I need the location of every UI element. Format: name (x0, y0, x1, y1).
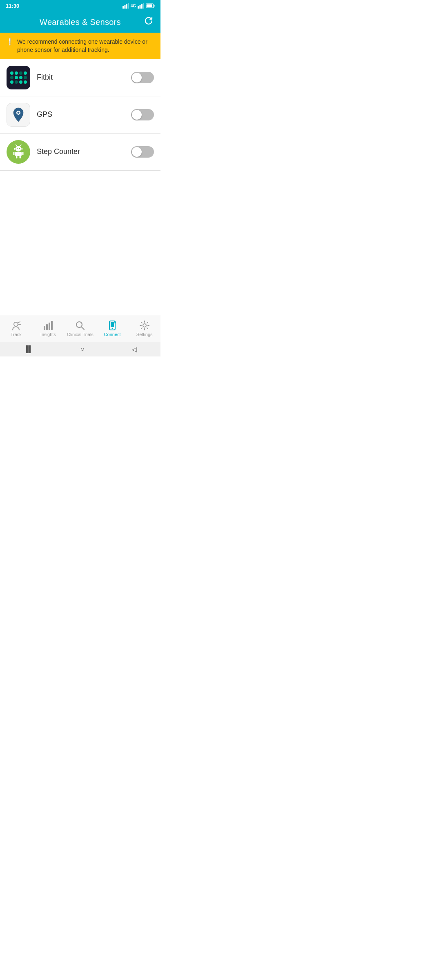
gps-toggle[interactable] (131, 109, 154, 120)
svg-point-17 (19, 148, 20, 149)
svg-line-27 (18, 324, 20, 325)
svg-rect-5 (140, 5, 141, 9)
step-counter-toggle[interactable] (131, 146, 154, 158)
android-nav-bar: ▐▌ ○ ◁ (0, 342, 160, 356)
track-label: Track (11, 332, 22, 337)
svg-point-36 (112, 328, 113, 329)
home-button[interactable]: ○ (80, 345, 85, 353)
svg-rect-3 (128, 3, 129, 9)
svg-line-19 (20, 145, 21, 146)
gps-row: GPS (0, 96, 160, 134)
step-counter-icon (7, 140, 30, 164)
step-counter-row: Step Counter (0, 134, 160, 171)
svg-rect-14 (14, 148, 16, 150)
svg-rect-21 (13, 152, 15, 155)
insights-label: Insights (40, 332, 56, 337)
nav-item-settings[interactable]: Settings (128, 317, 160, 340)
svg-rect-4 (138, 6, 139, 9)
svg-rect-35 (111, 322, 114, 327)
clinical-trials-label: Clinical Trials (67, 332, 94, 337)
time-display: 11:30 (6, 3, 19, 9)
warning-banner: ❕ We recommend connecting one wearable d… (0, 33, 160, 59)
insights-icon (43, 320, 53, 331)
svg-point-13 (16, 146, 21, 151)
connect-icon (107, 320, 118, 331)
svg-point-25 (14, 322, 18, 326)
gps-icon (7, 103, 30, 127)
status-icons: 4G (122, 3, 155, 9)
step-counter-label: Step Counter (37, 147, 125, 156)
bottom-navigation: Track Insights Clinical Trials Connect (0, 315, 160, 342)
search-icon (75, 320, 85, 331)
svg-rect-20 (15, 152, 22, 156)
nav-item-track[interactable]: Track (0, 317, 32, 340)
svg-rect-28 (44, 326, 45, 330)
settings-label: Settings (136, 332, 153, 337)
warning-icon: ❕ (6, 38, 14, 46)
back-button[interactable]: ◁ (132, 345, 137, 353)
svg-point-16 (17, 148, 18, 149)
page-title: Wearables & Sensors (40, 18, 121, 27)
svg-rect-1 (124, 5, 125, 9)
svg-rect-2 (126, 4, 127, 9)
connect-label: Connect (104, 332, 121, 337)
svg-rect-29 (46, 324, 48, 330)
nav-item-connect[interactable]: Connect (96, 317, 129, 340)
svg-rect-30 (49, 323, 50, 330)
svg-line-33 (82, 327, 85, 330)
svg-rect-31 (51, 321, 53, 330)
svg-rect-15 (22, 148, 23, 150)
battery-icon (146, 3, 155, 8)
recent-apps-button[interactable]: ▐▌ (24, 345, 33, 353)
svg-point-12 (18, 111, 20, 114)
track-icon (11, 320, 21, 331)
svg-rect-6 (141, 4, 143, 9)
page-header: Wearables & Sensors (0, 11, 160, 33)
svg-rect-9 (154, 5, 155, 7)
settings-icon (139, 320, 150, 331)
svg-rect-10 (147, 4, 152, 7)
signal-icon (122, 3, 129, 9)
refresh-button[interactable] (143, 16, 154, 29)
fitbit-label: Fitbit (37, 73, 125, 82)
svg-rect-7 (143, 3, 145, 9)
devices-list: Fitbit GPS (0, 59, 160, 171)
svg-rect-0 (122, 6, 124, 9)
warning-text: We recommend connecting one wearable dev… (17, 38, 155, 54)
svg-rect-23 (16, 156, 18, 158)
svg-point-37 (143, 324, 146, 327)
fitbit-row: Fitbit (0, 59, 160, 96)
fitbit-icon (7, 66, 30, 89)
fitbit-toggle[interactable] (131, 72, 154, 83)
svg-line-26 (18, 322, 20, 323)
nav-item-insights[interactable]: Insights (32, 317, 65, 340)
network-type: 4G (131, 4, 136, 8)
gps-label: GPS (37, 110, 125, 119)
signal-icon-2 (138, 3, 144, 9)
svg-rect-24 (20, 156, 21, 158)
svg-rect-22 (22, 152, 24, 155)
svg-line-18 (16, 145, 17, 146)
nav-item-clinical-trials[interactable]: Clinical Trials (64, 317, 96, 340)
status-bar: 11:30 4G (0, 0, 160, 11)
